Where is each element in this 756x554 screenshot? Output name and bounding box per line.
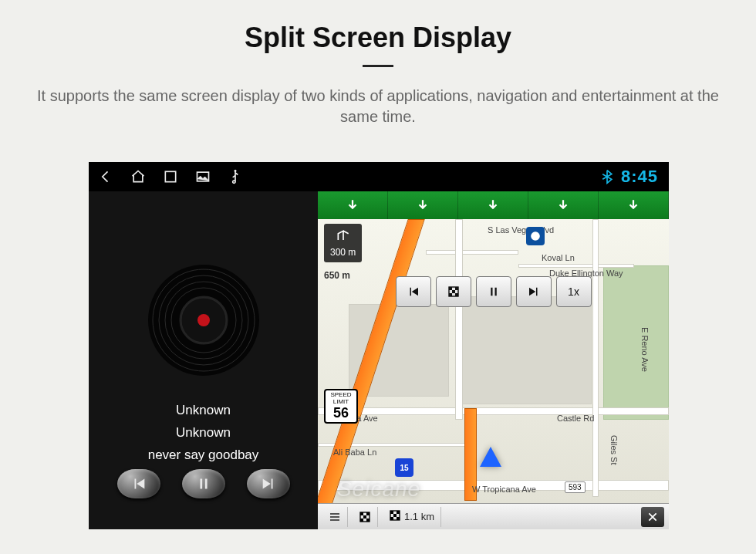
clock: 8:45 xyxy=(621,167,658,187)
map-canvas[interactable]: S Las Vegas Blvd Koval Ln Duke Ellington… xyxy=(318,219,669,503)
nav-panel: S Las Vegas Blvd Koval Ln Duke Ellington… xyxy=(318,191,669,529)
sim-controls: 1x xyxy=(396,276,592,307)
svg-rect-19 xyxy=(360,512,363,515)
road xyxy=(426,250,518,255)
vehicle-cursor xyxy=(480,447,501,467)
svg-rect-27 xyxy=(393,514,397,517)
recent-apps-icon[interactable] xyxy=(163,169,178,184)
map-block xyxy=(461,296,592,404)
svg-point-2 xyxy=(235,170,236,171)
svg-rect-17 xyxy=(455,293,458,296)
street-label: W Tropicana Ave xyxy=(472,485,536,494)
road-number-badge: 593 xyxy=(565,481,586,493)
segment-distance: 650 m xyxy=(324,270,350,281)
street-label: Ali Baba Ln xyxy=(333,448,376,457)
street-label: E Reno Ave xyxy=(640,327,650,372)
svg-point-11 xyxy=(531,231,540,241)
street-label: Koval Ln xyxy=(542,253,575,262)
nav-remaining-distance: 1.1 km xyxy=(404,511,434,522)
lane-arrow-icon xyxy=(388,191,458,219)
svg-rect-15 xyxy=(452,290,455,293)
svg-rect-26 xyxy=(397,511,400,514)
nav-bottom-bar: 1.1 km xyxy=(318,503,669,529)
svg-rect-25 xyxy=(390,511,393,514)
lane-arrow-icon xyxy=(458,191,528,219)
music-controls xyxy=(89,469,318,498)
nav-close-button[interactable] xyxy=(641,507,664,527)
album-dial xyxy=(146,262,262,378)
map-park-block xyxy=(603,265,669,420)
sim-prev-button[interactable] xyxy=(396,276,431,307)
flag-icon xyxy=(389,509,401,524)
svg-rect-13 xyxy=(449,287,452,290)
svg-rect-22 xyxy=(360,519,363,522)
turn-instruction: 300 m xyxy=(324,224,362,262)
sim-speed-button[interactable]: 1x xyxy=(556,276,592,307)
pause-button[interactable] xyxy=(182,469,225,498)
speed-limit-sign: SPEED LIMIT 56 xyxy=(324,389,358,424)
svg-rect-29 xyxy=(397,517,400,520)
nav-checkpoints-button[interactable] xyxy=(353,507,378,527)
bluetooth-icon xyxy=(599,169,615,184)
road xyxy=(455,219,463,420)
back-icon[interactable] xyxy=(98,169,113,184)
track-album: Unknown xyxy=(89,422,318,444)
street-label: Castle Rd xyxy=(557,414,594,423)
speed-value: 56 xyxy=(326,406,356,421)
usb-icon[interactable] xyxy=(228,169,243,184)
lane-arrow-icon xyxy=(528,191,599,219)
page-subtitle: It supports the same screen display of t… xyxy=(0,86,756,127)
svg-rect-16 xyxy=(449,293,452,296)
nav-menu-button[interactable] xyxy=(322,507,348,527)
next-button[interactable] xyxy=(247,469,290,498)
turn-distance: 300 m xyxy=(330,247,356,258)
road xyxy=(518,264,634,268)
road xyxy=(592,219,599,497)
music-panel: Unknown Unknown never say goodbay xyxy=(89,191,318,529)
lane-guidance-bar xyxy=(318,191,669,219)
svg-rect-23 xyxy=(366,519,370,522)
street-label: Giles St xyxy=(609,435,619,465)
sim-pause-button[interactable] xyxy=(476,276,511,307)
track-artist: Unknown xyxy=(89,400,318,422)
svg-rect-14 xyxy=(455,287,458,290)
svg-point-10 xyxy=(197,314,210,326)
page-title: Split Screen Display xyxy=(0,0,756,54)
home-icon[interactable] xyxy=(130,169,146,184)
svg-rect-20 xyxy=(366,512,370,515)
interstate-shield: 15 xyxy=(395,458,413,477)
route-shield xyxy=(526,227,545,245)
svg-rect-21 xyxy=(363,515,366,519)
sim-route-button[interactable] xyxy=(436,276,471,307)
nav-remaining: 1.1 km xyxy=(383,507,441,527)
device-screen: 8:45 xyxy=(89,162,669,529)
lane-arrow-icon xyxy=(318,191,388,219)
title-underline xyxy=(363,65,393,67)
sim-next-button[interactable] xyxy=(516,276,552,307)
svg-rect-0 xyxy=(165,171,175,181)
status-bar: 8:45 xyxy=(89,162,669,191)
music-meta: Unknown Unknown never say goodbay xyxy=(89,400,318,467)
svg-rect-28 xyxy=(390,517,393,520)
track-title: never say goodbay xyxy=(89,444,318,467)
lane-arrow-icon xyxy=(599,191,669,219)
prev-button[interactable] xyxy=(117,469,160,498)
picture-icon[interactable] xyxy=(195,169,211,184)
